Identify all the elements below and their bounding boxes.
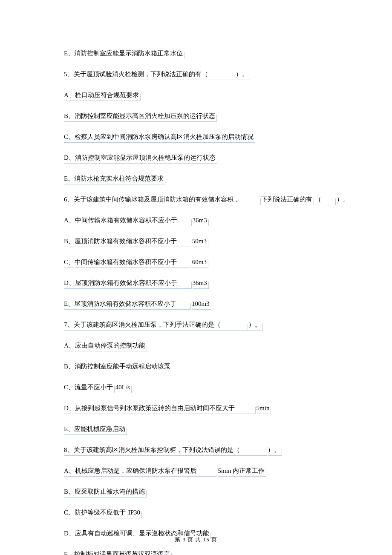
- text-line: E、消防水枪充实水柱符合规范要求: [64, 174, 328, 183]
- document-body: E、消防控制室应能显示消防水箱正常水位5、关于屋顶试验消火栓检测，下列说法正确的…: [64, 49, 328, 555]
- document-page: E、消防控制室应能显示消防水箱正常水位5、关于屋顶试验消火栓检测，下列说法正确的…: [0, 0, 392, 555]
- text-segment: 100m3: [192, 299, 210, 308]
- text-segment: 36m3: [193, 216, 208, 225]
- text-line: D、屋顶消防水箱有效储水容积不应小于 36m3: [64, 279, 328, 288]
- text-segment: 6、关于该建筑中间传输冰箱及屋顶消防水箱的有效储水容积，: [64, 195, 260, 204]
- text-segment: B、消防控制室应能显示高区消火栓加压泵的运行状态: [64, 112, 216, 121]
- text-segment: C、中间传输水箱有效储水容积不应小于: [64, 258, 190, 267]
- text-line: C、流量不应小于 40L/s: [64, 383, 328, 392]
- text-segment: 5min 内正常工作: [218, 466, 266, 475]
- text-line: 6、关于该建筑中间传输冰箱及屋顶消防水箱的有效储水容积， 下列说法正确的有 （ …: [64, 195, 328, 204]
- text-line: C、防护等级不应低于 IP30: [64, 508, 328, 517]
- text-segment: C、防护等级不应低于: [64, 508, 127, 517]
- text-segment: ）。: [337, 195, 350, 204]
- footer-page-number: 3: [182, 536, 186, 543]
- page-footer: 第 3 页 共 15 页: [0, 536, 392, 543]
- text-segment: 60m3: [192, 258, 208, 267]
- text-segment: （: [315, 195, 335, 204]
- text-segment: ）。: [268, 446, 281, 454]
- text-segment: A、机械应急启动是，应确保消防水泵在报警后: [64, 466, 216, 475]
- text-line: B、消防控制室应能手动远程启动该泵: [64, 362, 328, 371]
- text-line: B、消防控制室应能显示高区消火栓加压泵的运行状态: [64, 112, 328, 121]
- text-segment: E、屋顶消防水箱有效储水容积不应小于: [64, 299, 190, 308]
- text-segment: E、消防控制室应能显示消防水箱正常水位: [64, 49, 184, 58]
- text-line: D、从接到起泵信号到水泵政策运转的自由启动时间不应大于 5min: [64, 404, 328, 413]
- text-line: A、栓口动压符合规范要求: [64, 91, 328, 100]
- text-segment: D、屋顶消防水箱有效储水容积不应小于: [64, 279, 191, 288]
- text-line: 7、关于该建筑高区消火栓加压泵，下列手法正确的是（ ）。: [64, 320, 328, 329]
- text-line: E、控制柜对话界面英语英汉双语语言: [64, 550, 328, 555]
- text-segment: B、屋顶消防水箱有效储水容积不应小于: [64, 237, 190, 246]
- footer-prefix: 第: [175, 536, 181, 543]
- text-line: A、中间传输水箱有效储水容积不应小于 36m3: [64, 216, 328, 225]
- footer-middle: 页 共: [187, 536, 201, 543]
- text-segment: 5min: [257, 404, 271, 413]
- text-segment: 7、关于该建筑高区消火栓加压泵，下列手法正确的是（: [64, 320, 247, 329]
- text-line: A、应由自动停泵的控制功能: [64, 341, 328, 350]
- text-segment: 50m3: [192, 237, 208, 246]
- text-segment: A、应由自动停泵的控制功能: [64, 341, 146, 350]
- footer-total: 15: [203, 536, 210, 543]
- text-segment: 下列说法正确的有: [261, 195, 313, 204]
- text-line: C、检察人员应到中间消防水泵房确认高区消火栓加压泵的启动情况: [64, 132, 328, 141]
- text-segment: C、流量不应小于: [64, 383, 114, 392]
- text-segment: C、检察人员应到中间消防水泵房确认高区消火栓加压泵的启动情况: [64, 132, 254, 141]
- text-segment: 5、关于屋顶试验消火栓检测，下列说法正确的有（: [64, 70, 234, 79]
- text-segment: E、控制柜对话界面英语英汉双语语言: [64, 550, 171, 555]
- text-segment: 8、关于该建筑高区消火栓加压泵控制柜，下列说法错误的是（: [64, 446, 266, 454]
- text-segment: E、消防水枪充实水柱符合规范要求: [64, 174, 164, 183]
- text-line: D、消防控制室应能显示屋顶消火栓稳压泵的运行状态: [64, 153, 328, 162]
- text-segment: IP30: [128, 508, 141, 517]
- text-line: C、中间传输水箱有效储水容积不应小于 60m3: [64, 258, 328, 267]
- text-segment: A、中间传输水箱有效储水容积不应小于: [64, 216, 191, 225]
- text-line: B、屋顶消防水箱有效储水容积不应小于 50m3: [64, 237, 328, 246]
- text-segment: ）。: [236, 70, 249, 79]
- text-segment: D、消防控制室应能显示屋顶消火栓稳压泵的运行状态: [64, 153, 216, 162]
- text-segment: 36m3: [193, 279, 208, 288]
- text-line: E、应能机械应急启动: [64, 425, 328, 434]
- text-line: 8、关于该建筑高区消火栓加压泵控制柜，下列说法错误的是（ ）。: [64, 446, 328, 454]
- text-line: E、消防控制室应能显示消防水箱正常水位: [64, 49, 328, 58]
- text-segment: ）。: [248, 320, 262, 329]
- text-segment: E、应能机械应急启动: [64, 425, 126, 434]
- text-segment: A、栓口动压符合规范要求: [64, 91, 140, 100]
- text-segment: B、应采取防止被水淹的措施: [64, 487, 146, 496]
- text-segment: B、消防控制室应能手动远程启动该泵: [64, 362, 171, 371]
- text-line: B、应采取防止被水淹的措施: [64, 487, 328, 496]
- text-line: A、机械应急启动是，应确保消防水泵在报警后 5min 内正常工作: [64, 466, 328, 475]
- footer-suffix: 页: [211, 536, 217, 543]
- text-segment: 40L/s: [115, 383, 131, 392]
- text-line: 5、关于屋顶试验消火栓检测，下列说法正确的有（ ）。: [64, 70, 328, 79]
- text-segment: D、从接到起泵信号到水泵政策运转的自由启动时间不应大于: [64, 404, 255, 413]
- text-line: E、屋顶消防水箱有效储水容积不应小于 100m3: [64, 299, 328, 308]
